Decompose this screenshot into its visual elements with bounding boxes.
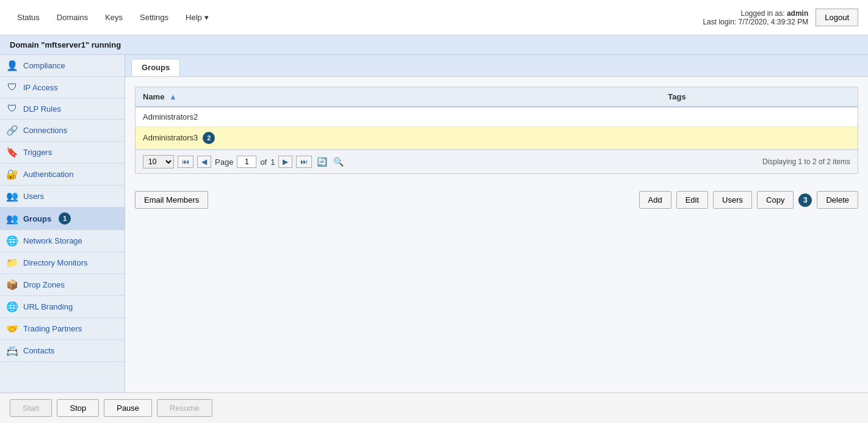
- nav-settings[interactable]: Settings: [132, 9, 176, 26]
- stop-button[interactable]: Stop: [57, 399, 99, 408]
- action-bar-left: Email Members: [135, 191, 208, 209]
- network-storage-icon: 🌐: [6, 235, 18, 247]
- row-tags: [660, 107, 858, 127]
- sidebar-item-triggers[interactable]: 🔖 Triggers: [0, 142, 125, 164]
- directory-monitors-icon: 📁: [6, 257, 18, 269]
- sidebar-label-url-branding: URL Branding: [23, 302, 73, 311]
- col-name-header[interactable]: Name ▲: [136, 87, 660, 107]
- admin-name: admin: [787, 9, 808, 18]
- sidebar-label-groups: Groups: [23, 214, 51, 223]
- table-row[interactable]: Administrators2: [136, 107, 858, 127]
- of-label: of: [260, 157, 267, 167]
- sidebar-label-drop-zones: Drop Zones: [23, 280, 65, 289]
- sidebar-item-network-storage[interactable]: 🌐 Network Storage: [0, 230, 125, 252]
- content-area: Groups Name ▲ Tags Administrators2Admini…: [125, 55, 868, 408]
- sidebar-label-contacts: Contacts: [23, 346, 54, 355]
- groups-icon: 👥: [6, 213, 18, 225]
- pagination-bar: 10 25 50 100 ⏮ ◀ Page of 1 ▶ ⏭ 🔄 🔍: [136, 150, 858, 173]
- sidebar-item-directory-monitors[interactable]: 📁 Directory Monitors: [0, 252, 125, 274]
- table-row[interactable]: Administrators32: [136, 127, 858, 150]
- authentication-icon: 🔐: [6, 168, 18, 180]
- row-name: Administrators2: [136, 107, 660, 127]
- sidebar-label-authentication: Authentication: [23, 170, 73, 179]
- sidebar-item-drop-zones[interactable]: 📦 Drop Zones: [0, 274, 125, 296]
- sidebar-item-dlp-rules[interactable]: 🛡 DLP Rules: [0, 98, 125, 120]
- search-button[interactable]: 🔍: [332, 156, 345, 168]
- tab-groups[interactable]: Groups: [131, 59, 180, 76]
- nav-right: Logged in as: admin Last login: 7/7/2020…: [703, 9, 858, 26]
- nav-help[interactable]: Help ▾: [178, 9, 216, 26]
- pagination-right: Displaying 1 to 2 of 2 items: [762, 157, 850, 166]
- displaying-label: Displaying 1 to 2 of 2 items: [762, 157, 850, 166]
- first-page-button[interactable]: ⏮: [178, 156, 193, 168]
- users-button[interactable]: Users: [713, 191, 752, 209]
- page-input[interactable]: [237, 156, 256, 168]
- nav-keys[interactable]: Keys: [98, 9, 130, 26]
- dlp-rules-icon: 🛡: [6, 103, 18, 114]
- tab-bar: Groups: [125, 55, 868, 77]
- drop-zones-icon: 📦: [6, 279, 18, 291]
- sidebar-item-groups[interactable]: 👥 Groups 1: [0, 208, 125, 230]
- sidebar-label-users: Users: [23, 192, 44, 201]
- email-members-button[interactable]: Email Members: [135, 191, 208, 209]
- prev-page-button[interactable]: ◀: [197, 156, 211, 168]
- contacts-icon: 📇: [6, 345, 18, 356]
- sidebar-item-compliance[interactable]: 👤 Compliance: [0, 55, 125, 77]
- sidebar: 👤 Compliance 🛡 IP Access 🛡 DLP Rules 🔗 C…: [0, 55, 125, 408]
- chevron-down-icon: ▾: [204, 13, 209, 22]
- sidebar-item-authentication[interactable]: 🔐 Authentication: [0, 164, 125, 186]
- nav-domains[interactable]: Domains: [49, 9, 95, 26]
- login-info: Logged in as: admin Last login: 7/7/2020…: [703, 9, 808, 26]
- ip-access-icon: 🛡: [6, 82, 18, 93]
- sidebar-label-dlp-rules: DLP Rules: [23, 104, 61, 114]
- col-tags-header: Tags: [660, 87, 858, 107]
- logged-in-label: Logged in as:: [740, 9, 784, 18]
- last-page-button[interactable]: ⏭: [296, 156, 312, 168]
- sidebar-label-network-storage: Network Storage: [23, 236, 82, 245]
- action-bar-right: Add Edit Users Copy 3 Delete: [639, 191, 858, 209]
- sidebar-item-ip-access[interactable]: 🛡 IP Access: [0, 77, 125, 98]
- start-button[interactable]: Start: [10, 399, 52, 408]
- pagination-left: 10 25 50 100 ⏮ ◀ Page of 1 ▶ ⏭ 🔄 🔍: [143, 155, 345, 168]
- sidebar-label-connections: Connections: [23, 126, 67, 135]
- logout-button[interactable]: Logout: [816, 9, 858, 26]
- total-pages: 1: [270, 157, 275, 167]
- groups-badge: 1: [59, 212, 71, 225]
- domain-banner: Domain "mftserver1" running: [0, 35, 868, 55]
- row-tags: [660, 127, 858, 150]
- trading-partners-icon: 🤝: [6, 323, 18, 334]
- table-container: Name ▲ Tags Administrators2Administrator…: [135, 87, 858, 174]
- sidebar-label-ip-access: IP Access: [23, 83, 58, 92]
- page-label: Page: [215, 157, 233, 167]
- row-badge: 2: [203, 132, 215, 144]
- delete-button[interactable]: Delete: [817, 191, 858, 209]
- sidebar-label-triggers: Triggers: [23, 148, 52, 157]
- sidebar-item-contacts[interactable]: 📇 Contacts: [0, 340, 125, 362]
- sidebar-item-users[interactable]: 👥 Users: [0, 186, 125, 208]
- sort-asc-icon: ▲: [169, 92, 177, 101]
- groups-table: Name ▲ Tags Administrators2Administrator…: [136, 87, 858, 150]
- next-page-button[interactable]: ▶: [278, 156, 292, 168]
- sidebar-label-trading-partners: Trading Partners: [23, 324, 82, 333]
- copy-button[interactable]: Copy: [757, 191, 794, 209]
- nav-status[interactable]: Status: [10, 9, 47, 26]
- sidebar-label-directory-monitors: Directory Monitors: [23, 258, 87, 267]
- refresh-button[interactable]: 🔄: [316, 156, 328, 168]
- main-layout: 👤 Compliance 🛡 IP Access 🛡 DLP Rules 🔗 C…: [0, 55, 868, 408]
- sidebar-item-connections[interactable]: 🔗 Connections: [0, 120, 125, 142]
- edit-button[interactable]: Edit: [676, 191, 708, 209]
- url-branding-icon: 🌐: [6, 301, 18, 313]
- add-button[interactable]: Add: [639, 191, 671, 209]
- sidebar-item-url-branding[interactable]: 🌐 URL Branding: [0, 296, 125, 318]
- connections-icon: 🔗: [6, 125, 18, 136]
- pause-button[interactable]: Pause: [104, 399, 152, 408]
- users-icon: 👥: [6, 190, 18, 202]
- top-nav: Status Domains Keys Settings Help ▾ Logg…: [0, 0, 868, 35]
- page-size-select[interactable]: 10 25 50 100: [143, 155, 174, 168]
- action-bar: Email Members Add Edit Users Copy 3 Dele…: [125, 184, 868, 216]
- resume-button[interactable]: Resume: [157, 399, 212, 408]
- last-login-label: Last login:: [703, 18, 736, 26]
- sidebar-item-trading-partners[interactable]: 🤝 Trading Partners: [0, 318, 125, 340]
- row-name: Administrators32: [136, 127, 660, 150]
- last-login-value: 7/7/2020, 4:39:32 PM: [738, 18, 808, 26]
